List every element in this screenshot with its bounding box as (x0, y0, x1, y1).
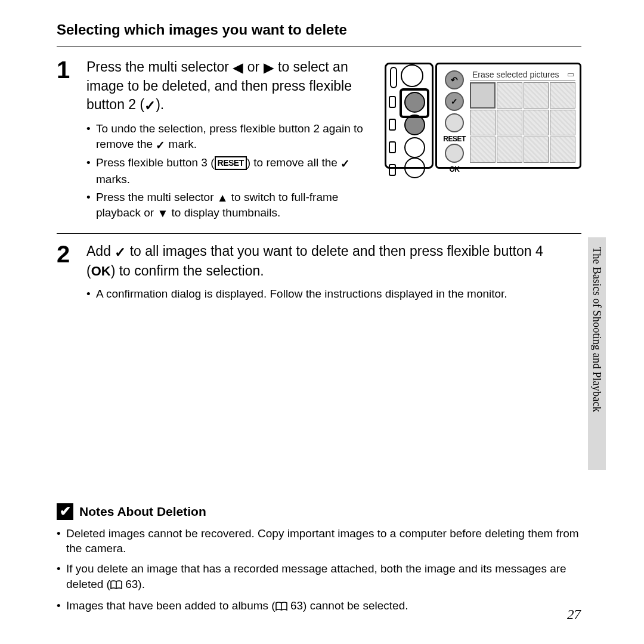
step-1-bullets: To undo the selection, press flexible bu… (86, 121, 368, 221)
thumbnail (550, 137, 575, 163)
thumbnail (497, 82, 522, 109)
step-2: 2 Add ✓ to all images that you want to d… (57, 242, 581, 302)
check-icon: ✓ (114, 243, 126, 262)
text: Press flexible button 3 ( (96, 156, 215, 169)
notes-check-badge-icon: ✔ (57, 503, 73, 520)
thumbnail (524, 110, 549, 136)
flex-button-3 (404, 137, 425, 158)
flex-button-2-highlight (400, 88, 429, 118)
thumbnail (524, 82, 549, 109)
notes-heading: ✔ Notes About Deletion (57, 503, 581, 520)
thumbnail (524, 137, 549, 163)
screen-title: Erase selected pictures (470, 69, 575, 80)
step-2-bullets: A confirmation dialog is displayed. Foll… (86, 286, 581, 302)
screen-button-column: ↶ ✓ RESET OK (441, 68, 467, 163)
card-icon: ▭ (567, 70, 574, 79)
text: Press the multi selector (86, 59, 233, 75)
text: A confirmation dialog is displayed. Foll… (86, 286, 581, 302)
screen-reset-label: RESET (441, 135, 467, 143)
thumbnail (470, 137, 496, 163)
check-icon: ✓ (340, 156, 350, 172)
text: Add (86, 243, 114, 259)
text: marks. (96, 173, 130, 185)
screen-check-button: ✓ (445, 92, 464, 111)
book-icon (275, 600, 287, 615)
text: Press the multi selector (96, 191, 217, 203)
thumbnail (550, 110, 575, 136)
notes-list: Deleted images cannot be recovered. Copy… (57, 526, 581, 615)
flex-button-4 (404, 157, 425, 178)
book-icon (110, 578, 122, 594)
thumbnail (550, 82, 575, 109)
thumbnail (470, 82, 496, 109)
notes-item: If you delete an image that has a record… (57, 561, 581, 593)
step-divider (57, 233, 581, 234)
text: ). (156, 97, 164, 112)
chapter-side-tab-label: The Basics of Shooting and Playback (590, 247, 603, 412)
step-2-lead: Add ✓ to all images that you want to del… (86, 242, 575, 280)
text: mark. (165, 138, 197, 150)
notes-item: Images that have been added to albums ( … (57, 598, 581, 615)
check-icon: ✓ (156, 138, 165, 153)
chapter-side-tab: The Basics of Shooting and Playback (588, 237, 606, 470)
camera-screen: ↶ ✓ RESET OK Erase selected pictures ▭ (435, 63, 581, 169)
screen-back-button: ↶ (445, 70, 464, 89)
flex-button-tabs (389, 96, 398, 177)
thumbnail (497, 137, 522, 163)
step-1-number: 1 (57, 58, 86, 82)
text: 63) cannot be selected. (287, 599, 408, 612)
thumbnail-grid (470, 82, 575, 163)
right-triangle-icon: ▶ (264, 58, 274, 77)
notes-title: Notes About Deletion (79, 504, 206, 519)
text: Images that have been added to albums ( (66, 599, 275, 612)
section-heading: Selecting which images you want to delet… (57, 21, 581, 47)
text: to display thumbnails. (168, 206, 280, 219)
screen-reset-button (445, 113, 464, 132)
camera-illustration: ↶ ✓ RESET OK Erase selected pictures ▭ (385, 58, 581, 174)
page-number: 27 (567, 607, 581, 623)
notes-section: ✔ Notes About Deletion Deleted images ca… (57, 503, 581, 620)
text: ) to confirm the selection. (111, 263, 264, 278)
camera-strap-lug (390, 67, 397, 88)
thumbnail (497, 110, 522, 136)
reset-label-icon: RESET (215, 156, 247, 170)
camera-side-body (385, 63, 434, 169)
text: or (243, 59, 263, 75)
step-2-number: 2 (57, 242, 86, 266)
text: To undo the selection, press flexible bu… (96, 122, 363, 150)
text: ) to remove all the (247, 156, 340, 169)
screen-ok-button (445, 144, 464, 163)
thumbnail (470, 110, 496, 136)
ok-label-icon: OK (91, 264, 111, 278)
camera-top-dial (401, 64, 423, 87)
down-triangle-icon: ▼ (157, 206, 168, 221)
check-icon: ✓ (144, 97, 156, 115)
notes-item: Deleted images cannot be recovered. Copy… (57, 526, 581, 556)
up-triangle-icon: ▲ (217, 190, 228, 206)
step-1-lead: Press the multi selector ◀ or ▶ to selec… (86, 58, 368, 115)
screen-ok-label: OK (441, 165, 467, 174)
text: 63). (122, 578, 145, 590)
left-triangle-icon: ◀ (233, 58, 243, 77)
step-1: 1 Press the multi selector ◀ or ▶ to sel… (57, 58, 581, 221)
